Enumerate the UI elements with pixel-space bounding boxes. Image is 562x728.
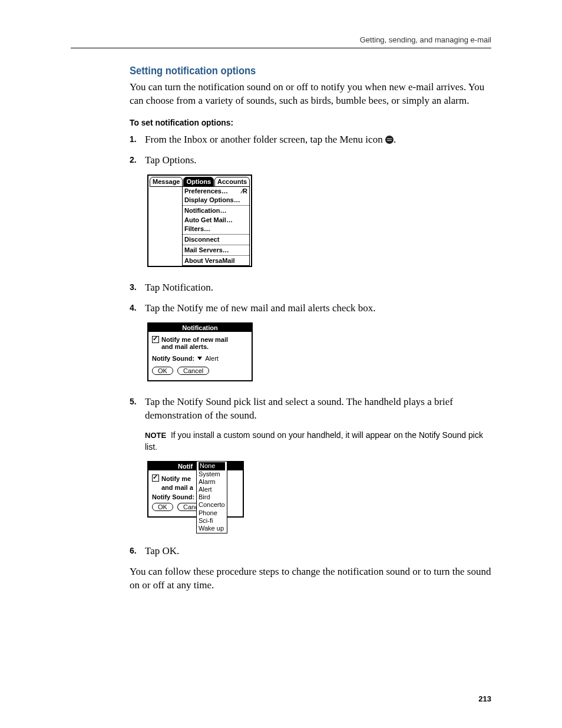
sound-option-phone: Phone xyxy=(199,509,225,517)
section-title: Setting notification options xyxy=(130,65,462,77)
menu-item-notification: Notification… xyxy=(183,206,249,215)
note-label: NOTE xyxy=(145,431,166,440)
partial-text: Notify me xyxy=(161,475,191,482)
menu-item-auto-get-mail: Auto Get Mail… xyxy=(183,216,249,225)
sound-option-alarm: Alarm xyxy=(199,478,225,486)
step-text: Tap the Notify Sound pick list and selec… xyxy=(145,396,491,423)
menu-icon xyxy=(385,136,394,144)
sound-option-none: None xyxy=(199,462,225,470)
header-rule xyxy=(71,48,491,48)
menu-item-mail-servers: Mail Servers… xyxy=(183,246,249,255)
step-number: 4. xyxy=(130,302,145,315)
menu-item-preferences: Preferences…⁄R xyxy=(183,187,249,196)
palm-tab-message: Message xyxy=(150,177,183,187)
palm-options-menu: Message Options Accounts Preferences…⁄R … xyxy=(147,174,252,268)
sound-picklist: None System Alarm Alert Bird Concerto Ph… xyxy=(196,461,227,533)
sound-option-alert: Alert xyxy=(199,486,225,493)
cancel-button: Cancel xyxy=(177,367,209,375)
sound-option-concerto: Concerto xyxy=(199,501,225,509)
palm-tab-options: Options xyxy=(183,177,214,187)
menu-item-about: About VersaMail xyxy=(183,256,249,265)
dropdown-icon xyxy=(197,357,202,360)
closing-paragraph: You can follow these procedure steps to … xyxy=(130,565,491,592)
notify-sound-value: Alert xyxy=(205,355,219,362)
step-2: 2. Tap Options. xyxy=(130,154,491,167)
sound-option-bird: Bird xyxy=(199,493,225,501)
notify-checkbox xyxy=(152,336,159,343)
step-6: 6. Tap OK. xyxy=(130,545,491,558)
step-3: 3. Tap Notification. xyxy=(130,281,491,295)
menu-item-display-options: Display Options… xyxy=(183,196,249,205)
dialog-title: Notification xyxy=(148,324,252,332)
step-1: 1. From the Inbox or another folder scre… xyxy=(130,133,491,147)
palm-notification-dialog: Notification Notify me of new mail and m… xyxy=(147,322,253,381)
dialog-title: Notif xyxy=(148,462,243,470)
step-number: 5. xyxy=(130,396,145,423)
page-number: 213 xyxy=(478,694,491,703)
note: NOTE If you install a custom sound on yo… xyxy=(145,430,491,453)
step-1-text-b: . xyxy=(394,134,396,145)
step-number: 6. xyxy=(130,545,145,558)
step-number: 1. xyxy=(130,133,145,147)
menu-item-filters: Filters… xyxy=(183,225,249,233)
step-number: 2. xyxy=(130,154,145,167)
palm-tab-accounts: Accounts xyxy=(214,177,250,187)
notify-sound-label: Notify Sound: xyxy=(152,355,194,362)
step-text: Tap the Notify me of new mail and mail a… xyxy=(145,302,491,315)
step-text: Tap Notification. xyxy=(145,281,491,295)
step-5: 5. Tap the Notify Sound pick list and se… xyxy=(130,396,491,423)
ok-button: OK xyxy=(152,503,173,511)
menu-item-disconnect: Disconnect xyxy=(183,235,249,244)
step-text: Tap OK. xyxy=(145,545,491,558)
step-number: 3. xyxy=(130,281,145,295)
procedure-title: To set notification options: xyxy=(130,117,462,127)
step-1-text-a: From the Inbox or another folder screen,… xyxy=(145,134,385,145)
step-text: Tap Options. xyxy=(145,154,491,167)
note-body: If you install a custom sound on your ha… xyxy=(145,430,483,452)
sound-option-wakeup: Wake up xyxy=(199,525,225,532)
page-header: Getting, sending, and managing e-mail xyxy=(71,35,491,44)
ok-button: OK xyxy=(152,367,173,375)
sound-option-system: System xyxy=(199,470,225,478)
sound-option-scifi: Sci-fi xyxy=(199,517,225,525)
step-4: 4. Tap the Notify me of new mail and mai… xyxy=(130,302,491,315)
notify-checkbox-label: Notify me of new mail and mail alerts. xyxy=(161,336,238,350)
intro-paragraph: You can turn the notification sound on o… xyxy=(130,81,491,108)
notify-checkbox xyxy=(152,475,159,482)
step-text: From the Inbox or another folder screen,… xyxy=(145,133,491,147)
palm-notification-dialog-expanded: Notif Notify me ail and mail a Notify So… xyxy=(147,461,244,518)
